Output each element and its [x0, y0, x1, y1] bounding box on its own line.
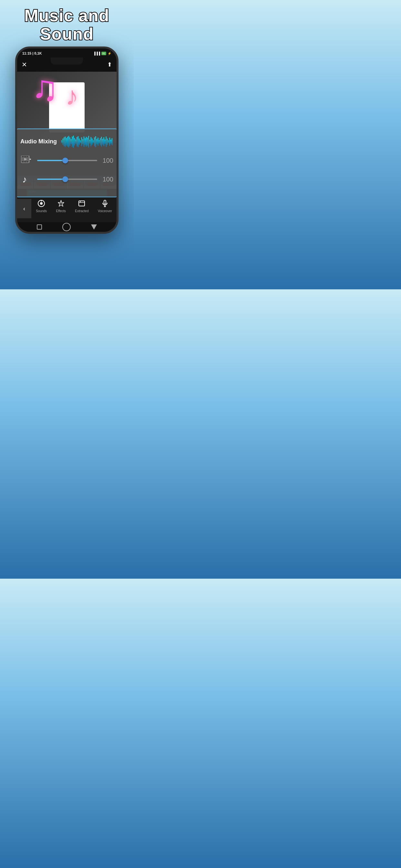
svg-rect-22 [87, 138, 88, 146]
svg-rect-14 [78, 136, 79, 147]
svg-rect-35 [102, 139, 103, 145]
status-bar: 11:15 | 0,1K ▐▐▐ 91 ⚡ [17, 49, 117, 58]
svg-rect-5 [67, 137, 68, 147]
home-circle-button[interactable] [62, 223, 71, 231]
phone-notch [51, 58, 83, 65]
nav-items: Sounds Effects [31, 199, 117, 213]
charging-icon: ⚡ [107, 52, 112, 55]
phone-content: ✕ ⬆ ♫ ♪ Audio Mixing [17, 58, 117, 232]
svg-rect-0 [61, 141, 62, 144]
svg-rect-13 [76, 137, 78, 147]
svg-rect-10 [73, 135, 74, 148]
phone-mockup: 11:15 | 0,1K ▐▐▐ 91 ⚡ ✕ ⬆ ♫ ♪ [15, 46, 119, 234]
svg-rect-39 [107, 138, 108, 145]
upload-button[interactable]: ⬆ [107, 61, 112, 68]
svg-rect-18 [82, 139, 83, 144]
svg-rect-51 [25, 161, 26, 162]
svg-rect-50 [24, 161, 25, 162]
status-time: 11:15 | 0,1K [22, 51, 42, 55]
video-white-area [49, 82, 85, 132]
svg-rect-11 [74, 138, 75, 146]
svg-rect-41 [109, 138, 110, 146]
svg-rect-1 [62, 138, 63, 145]
svg-rect-63 [104, 200, 106, 204]
nav-item-extracted[interactable]: Extracted [75, 199, 89, 213]
signal-icon: ▐▐▐ [93, 52, 100, 55]
svg-rect-16 [80, 141, 81, 144]
effects-icon [57, 199, 66, 208]
svg-rect-19 [84, 136, 85, 147]
audio-slider-value: 100 [101, 176, 113, 183]
svg-rect-21 [86, 137, 87, 147]
home-square-button[interactable] [37, 224, 42, 229]
phone-bottom-nav: ‹ Sounds [17, 196, 117, 222]
voiceover-label: Voiceover [98, 209, 112, 213]
svg-rect-15 [79, 138, 80, 145]
svg-rect-25 [90, 137, 91, 147]
svg-rect-34 [101, 137, 102, 147]
audio-slider-track[interactable] [37, 179, 97, 180]
svg-rect-12 [75, 140, 76, 144]
nav-item-voiceover[interactable]: Voiceover [98, 199, 112, 213]
nav-item-effects[interactable]: Effects [56, 199, 66, 213]
audio-mixing-panel: Audio Mixing [17, 128, 117, 197]
home-back-button[interactable] [91, 224, 97, 229]
svg-rect-27 [93, 141, 94, 144]
svg-rect-37 [104, 140, 105, 144]
svg-rect-45 [22, 156, 23, 157]
svg-rect-46 [24, 156, 25, 157]
svg-rect-17 [81, 137, 82, 146]
nav-item-sounds[interactable]: Sounds [36, 199, 47, 213]
svg-rect-32 [99, 140, 100, 144]
svg-rect-8 [71, 139, 72, 144]
svg-rect-20 [85, 138, 86, 145]
video-slider-row: 100 [20, 154, 113, 167]
voiceover-icon [100, 199, 110, 208]
svg-rect-36 [103, 137, 104, 146]
svg-point-57 [40, 202, 42, 205]
svg-rect-24 [89, 140, 90, 144]
close-button[interactable]: ✕ [22, 61, 27, 68]
video-slider-thumb[interactable] [62, 158, 68, 163]
extracted-icon [77, 199, 86, 208]
svg-rect-23 [88, 136, 89, 148]
svg-rect-49 [22, 161, 23, 162]
title-section: Music and Sound [0, 6, 134, 43]
video-slider-icon [20, 154, 33, 167]
audio-slider-thumb[interactable] [62, 176, 68, 182]
extracted-label: Extracted [75, 209, 89, 213]
svg-rect-42 [111, 140, 112, 144]
phone-home-bar [17, 222, 117, 232]
audio-slider-icon: ♪ [20, 173, 33, 186]
nav-back-button[interactable]: ‹ [17, 199, 31, 218]
sounds-icon [37, 199, 46, 208]
audio-mixing-header: Audio Mixing [20, 134, 113, 149]
page-title: Music and Sound [0, 6, 134, 43]
svg-rect-31 [97, 138, 98, 146]
svg-rect-47 [25, 156, 26, 157]
svg-rect-28 [94, 137, 95, 146]
svg-rect-4 [66, 138, 67, 146]
svg-rect-26 [92, 138, 93, 145]
effects-label: Effects [56, 209, 66, 213]
svg-rect-48 [27, 156, 28, 157]
svg-marker-54 [30, 159, 31, 160]
svg-rect-7 [69, 137, 70, 146]
audio-mixing-title: Audio Mixing [20, 138, 57, 145]
waveform-display [61, 134, 113, 149]
svg-rect-29 [95, 136, 96, 147]
video-slider-track[interactable] [37, 160, 97, 161]
audio-slider-row: ♪ 100 [20, 173, 113, 186]
status-icons: ▐▐▐ 91 ⚡ [93, 52, 112, 55]
svg-text:♪: ♪ [22, 175, 27, 184]
video-slider-value: 100 [101, 157, 113, 164]
svg-rect-9 [72, 136, 73, 147]
svg-rect-40 [108, 141, 109, 144]
svg-rect-3 [65, 136, 66, 147]
phone-frame: 11:15 | 0,1K ▐▐▐ 91 ⚡ ✕ ⬆ ♫ ♪ [15, 46, 119, 234]
svg-rect-43 [112, 138, 113, 145]
svg-rect-38 [105, 136, 106, 147]
svg-rect-33 [100, 138, 101, 145]
svg-rect-6 [68, 136, 69, 148]
sounds-label: Sounds [36, 209, 47, 213]
